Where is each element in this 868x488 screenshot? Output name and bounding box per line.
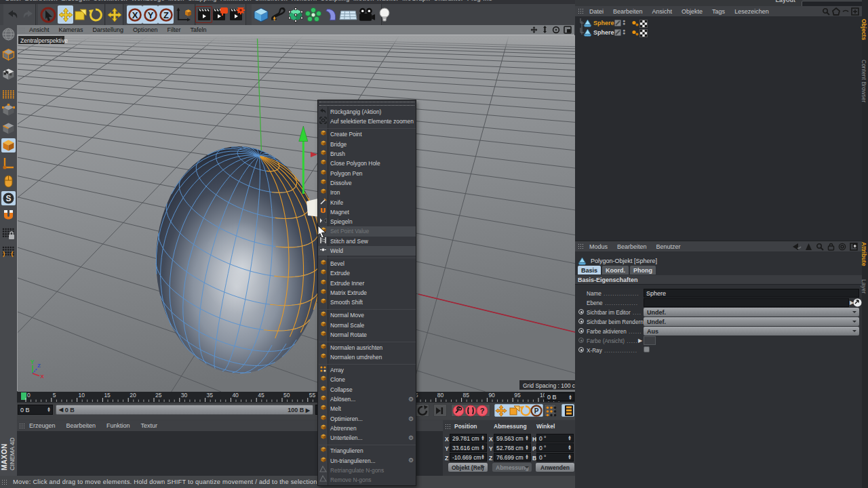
svg-text:20: 20 xyxy=(130,392,136,399)
svg-text:Zentralperspektive: Zentralperspektive xyxy=(20,37,68,44)
svg-text:45: 45 xyxy=(258,392,264,399)
svg-text:40: 40 xyxy=(232,392,239,399)
svg-text:P: P xyxy=(534,407,539,415)
svg-text:30: 30 xyxy=(181,392,188,399)
svg-text:0: 0 xyxy=(27,392,31,399)
svg-text:MAXON: MAXON xyxy=(1,443,8,470)
svg-text:55: 55 xyxy=(309,392,316,399)
svg-text:50: 50 xyxy=(283,392,290,399)
svg-text:Y: Y xyxy=(31,359,35,365)
svg-text:35: 35 xyxy=(207,392,214,399)
svg-text:Grid Spacing : 100 cm: Grid Spacing : 100 cm xyxy=(523,382,575,389)
svg-text:Z: Z xyxy=(163,9,169,20)
svg-text:10: 10 xyxy=(79,392,85,399)
svg-text:Y: Y xyxy=(147,9,153,20)
svg-text:X: X xyxy=(132,9,138,20)
svg-text:?: ? xyxy=(480,407,485,415)
svg-text:Z: Z xyxy=(37,363,41,369)
svg-text:X: X xyxy=(41,373,45,380)
svg-text:5: 5 xyxy=(53,392,56,399)
svg-text:90: 90 xyxy=(488,392,495,399)
svg-text:95: 95 xyxy=(514,392,521,399)
svg-text:85: 85 xyxy=(463,392,470,399)
svg-text:80: 80 xyxy=(437,392,444,399)
svg-text:15: 15 xyxy=(104,392,111,399)
svg-text:CINEMA 4D: CINEMA 4D xyxy=(9,437,16,470)
svg-text:25: 25 xyxy=(155,392,162,399)
svg-text:S: S xyxy=(5,194,11,203)
